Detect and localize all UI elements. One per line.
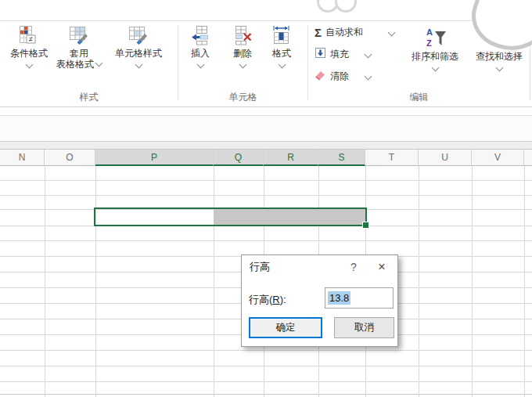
- chevron-down-icon: [135, 61, 142, 69]
- clear-label: 清除: [330, 70, 349, 83]
- gridline: [0, 195, 532, 196]
- formula-bar-area[interactable]: [0, 116, 532, 142]
- dialog-title-bar[interactable]: 行高 ? ×: [242, 255, 397, 279]
- row-height-input[interactable]: 13.8: [325, 287, 394, 309]
- input-selected-text: 13.8: [328, 291, 350, 305]
- svg-text:Z: Z: [426, 38, 432, 48]
- chevron-down-icon: [196, 61, 204, 69]
- selection-fill: [214, 209, 365, 225]
- selection-range[interactable]: [94, 208, 367, 226]
- svg-text:A: A: [426, 27, 433, 37]
- chevron-down-icon: [365, 50, 372, 58]
- chevron-down-icon: [495, 64, 503, 72]
- fill-label: 填充: [330, 48, 349, 61]
- fill-handle[interactable]: [362, 222, 369, 229]
- delete-button[interactable]: 删除: [224, 23, 261, 102]
- chevron-down-icon: [388, 28, 396, 36]
- format-cells-icon: [271, 23, 292, 45]
- column-header-n[interactable]: N: [0, 150, 45, 166]
- sort-filter-label: 排序和筛选: [412, 51, 458, 62]
- delete-cells-icon: [233, 23, 252, 45]
- chevron-down-icon: [278, 61, 286, 69]
- ribbon-divider: [0, 20, 532, 21]
- dialog-help-button[interactable]: ?: [341, 255, 366, 279]
- gridline: [472, 166, 473, 397]
- gridline: [524, 166, 525, 397]
- insert-cells-icon: [191, 23, 210, 45]
- delete-label: 删除: [233, 48, 252, 59]
- format-as-table-icon: [69, 23, 89, 45]
- format-as-table-button[interactable]: 套用 表格格式: [55, 23, 103, 102]
- ok-button[interactable]: 确定: [249, 317, 322, 338]
- chevron-down-icon: [431, 64, 439, 72]
- gridline: [0, 394, 532, 395]
- style-group-label: 样式: [0, 91, 178, 104]
- eraser-icon: [315, 69, 326, 83]
- conditional-formatting-label: 条件格式: [10, 48, 48, 59]
- autosum-button[interactable]: Σ 自动求和: [315, 25, 394, 39]
- gridline: [419, 166, 419, 397]
- gridline: [0, 350, 532, 351]
- fill-button[interactable]: 填充: [315, 47, 371, 61]
- dialog-title: 行高: [250, 260, 270, 274]
- formula-grid-gap: [0, 142, 532, 149]
- cell-styles-icon: [128, 23, 149, 45]
- format-as-table-label-line2: 表格格式: [56, 59, 102, 70]
- dialog-close-button[interactable]: ×: [366, 255, 397, 279]
- chevron-down-icon: [95, 60, 103, 67]
- group-separator: [307, 25, 308, 100]
- column-headers: N O P Q R S T U V: [0, 149, 532, 166]
- format-button[interactable]: 格式: [263, 23, 300, 102]
- format-label: 格式: [272, 48, 291, 59]
- sort-filter-icon: A Z: [423, 23, 447, 49]
- chevron-down-icon: [239, 61, 246, 69]
- svg-text:≠: ≠: [29, 35, 33, 43]
- gridline: [0, 240, 532, 241]
- column-header-r[interactable]: R: [264, 150, 318, 166]
- gridline: [0, 381, 532, 382]
- clear-button[interactable]: 清除: [315, 69, 371, 83]
- column-header-u[interactable]: U: [419, 150, 472, 166]
- autosum-label: 自动求和: [325, 26, 363, 39]
- insert-label: 插入: [191, 48, 210, 59]
- row-height-label: 行高(R):: [249, 293, 286, 307]
- column-header-q[interactable]: Q: [214, 150, 264, 166]
- editing-group-label: 编辑: [308, 91, 530, 104]
- column-header-partial[interactable]: [524, 150, 532, 166]
- cancel-button[interactable]: 取消: [334, 317, 394, 338]
- chevron-down-icon: [365, 72, 372, 80]
- gridline: [45, 166, 45, 397]
- column-header-p[interactable]: P: [95, 150, 214, 166]
- gridline: [214, 166, 214, 397]
- fill-icon: [315, 47, 326, 61]
- gridline: [0, 180, 532, 181]
- find-select-label: 查找和选择: [476, 51, 523, 62]
- cells-group-label: 单元格: [178, 91, 307, 104]
- sigma-icon: Σ: [315, 27, 322, 38]
- format-as-table-label-line1: 套用: [70, 48, 88, 59]
- group-separator: [178, 25, 178, 100]
- column-header-t[interactable]: T: [365, 150, 419, 166]
- chevron-down-icon: [25, 61, 33, 69]
- ribbon-bottom-strip: [0, 107, 532, 116]
- insert-button[interactable]: 插入: [182, 23, 219, 102]
- ribbon: ≠ 条件格式 套用 表格格式: [0, 0, 532, 107]
- conditional-formatting-icon: ≠: [19, 23, 39, 45]
- conditional-formatting-button[interactable]: ≠ 条件格式: [5, 23, 53, 102]
- column-header-v[interactable]: V: [472, 150, 524, 166]
- gridline: [95, 166, 96, 397]
- cell-styles-label: 单元格样式: [115, 48, 162, 59]
- column-header-o[interactable]: O: [45, 150, 95, 166]
- gridline: [0, 366, 532, 366]
- column-header-s[interactable]: S: [318, 150, 365, 166]
- cell-styles-button[interactable]: 单元格样式: [105, 23, 172, 102]
- sort-filter-button[interactable]: A Z 排序和筛选: [402, 23, 468, 102]
